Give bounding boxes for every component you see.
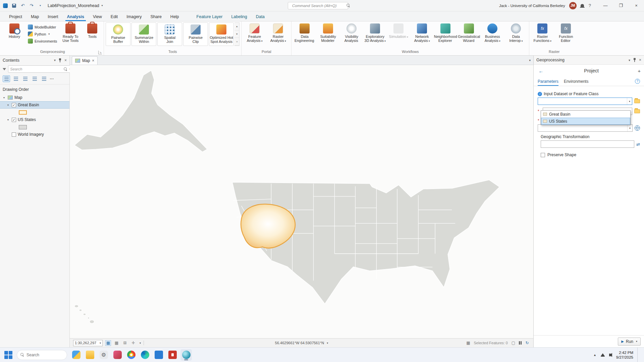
list-by-editing-icon[interactable] bbox=[31, 75, 38, 82]
expander-icon[interactable]: ▾ bbox=[7, 118, 10, 121]
preserve-shape-checkbox[interactable] bbox=[541, 153, 545, 157]
snapping-icon[interactable]: ⊞ bbox=[122, 340, 128, 346]
browse-folder-icon[interactable] bbox=[634, 99, 640, 103]
spatial-join-button[interactable]: Spatial Join bbox=[157, 22, 182, 46]
command-search[interactable] bbox=[288, 2, 348, 9]
tab-help[interactable]: Help bbox=[166, 12, 183, 21]
optimized-hot-spot-analysis-button[interactable]: Optimized Hot Spot Analysis bbox=[209, 22, 234, 46]
start-button[interactable] bbox=[3, 350, 13, 360]
edge-icon[interactable] bbox=[139, 349, 151, 361]
cursor-coordinates[interactable]: 56.4629661°W 64.5907561°N ▾ bbox=[275, 341, 328, 345]
tab-insert[interactable]: Insert bbox=[43, 12, 62, 21]
wifi-icon[interactable] bbox=[600, 353, 605, 357]
tab-data[interactable]: Data bbox=[252, 12, 269, 21]
close-tab-icon[interactable]: × bbox=[92, 58, 94, 63]
redo-icon[interactable]: ↷ bbox=[29, 3, 34, 8]
output-coordinate-system-combobox[interactable]: ▾ bbox=[538, 124, 633, 132]
tab-project[interactable]: Project bbox=[5, 12, 26, 21]
tab-feature-layer[interactable]: Feature Layer bbox=[192, 12, 227, 21]
browse-folder-icon[interactable] bbox=[634, 109, 640, 113]
swap-arrows-icon[interactable]: ⇄ bbox=[636, 142, 640, 147]
taskbar-search-input[interactable] bbox=[26, 353, 63, 357]
gallery-down-icon[interactable]: ▼ bbox=[234, 31, 239, 38]
expander-icon[interactable]: ▾ bbox=[7, 104, 10, 107]
list-by-drawing-order-icon[interactable] bbox=[3, 75, 10, 82]
pin-icon[interactable] bbox=[58, 58, 62, 63]
raster-functions-button[interactable]: Raster Functions▾ bbox=[531, 22, 554, 44]
more-options-icon[interactable]: ⋯ bbox=[50, 76, 54, 81]
view-list-chevron-icon[interactable]: ▾ bbox=[529, 59, 531, 62]
exploratory-3d-analysis-button[interactable]: Exploratory 3D Analysis▾ bbox=[364, 22, 386, 44]
tab-parameters[interactable]: Parameters bbox=[538, 77, 558, 86]
neighborhood-explorer-button[interactable]: Neighborhood Explorer bbox=[434, 22, 457, 44]
tree-node-world-imagery[interactable]: World Imagery bbox=[0, 131, 69, 138]
hidden-icons-chevron-icon[interactable]: ▲ bbox=[593, 353, 596, 357]
expander-icon[interactable]: ▾ bbox=[3, 96, 6, 99]
gallery-expand-icon[interactable]: ≡ bbox=[234, 38, 239, 46]
list-by-labeling-icon[interactable] bbox=[40, 75, 48, 82]
contents-search-input[interactable] bbox=[10, 67, 62, 71]
show-desktop-button[interactable] bbox=[637, 348, 639, 362]
volume-icon[interactable] bbox=[609, 354, 611, 356]
tab-map[interactable]: Map bbox=[26, 12, 43, 21]
visibility-analysis-button[interactable]: Visibility Analysis bbox=[340, 22, 363, 44]
modelbuilder-button[interactable]: ModelBuilder bbox=[28, 24, 57, 29]
customize-qat-icon[interactable]: ▾ bbox=[38, 3, 43, 8]
tab-view[interactable]: View bbox=[89, 12, 106, 21]
contents-search[interactable]: ▾ bbox=[8, 65, 73, 73]
input-dataset-combobox[interactable]: ▾ bbox=[538, 98, 632, 105]
pairwise-clip-button[interactable]: Pairwise Clip bbox=[183, 22, 208, 46]
layer-visibility-checkbox[interactable] bbox=[12, 118, 16, 122]
tab-labeling[interactable]: Labeling bbox=[227, 12, 251, 21]
tools-button[interactable]: Tools bbox=[83, 22, 102, 44]
python-button[interactable]: Python ▾ bbox=[28, 32, 57, 37]
back-button[interactable]: ← bbox=[537, 67, 545, 75]
signed-in-user[interactable]: Jack - University of California Berkeley bbox=[499, 4, 565, 8]
tab-edit[interactable]: Edit bbox=[106, 12, 122, 21]
map-view-tab[interactable]: Map × bbox=[72, 56, 98, 65]
chrome-icon[interactable] bbox=[125, 349, 137, 361]
pairwise-buffer-button[interactable]: Pairwise Buffer bbox=[106, 22, 130, 46]
network-analysis-button[interactable]: Network Analysis▾ bbox=[411, 22, 433, 44]
run-button[interactable]: ▶ Run ▾ bbox=[618, 338, 641, 346]
run-options-chevron-icon[interactable]: ▾ bbox=[636, 340, 637, 343]
pause-drawing-icon[interactable] bbox=[519, 341, 522, 345]
ready-to-use-tools-button[interactable]: Ready To Use Tools bbox=[59, 22, 82, 44]
geostatistical-wizard-button[interactable]: Geostatistical Wizard bbox=[458, 22, 480, 44]
refresh-icon[interactable]: ↻ bbox=[524, 340, 530, 346]
chevron-down-icon[interactable]: ▾ bbox=[140, 342, 141, 345]
settings-app-icon[interactable] bbox=[98, 349, 109, 361]
tree-node-us-states[interactable]: ▾ US States bbox=[0, 116, 69, 123]
tree-node-great-basin[interactable]: ▾ Great Basin bbox=[0, 101, 69, 109]
maximize-button[interactable]: ❐ bbox=[613, 0, 629, 11]
file-explorer-icon[interactable] bbox=[84, 349, 96, 361]
tab-environments[interactable]: Environments bbox=[564, 77, 588, 86]
tool-help-icon[interactable]: ? bbox=[635, 79, 640, 84]
undo-icon[interactable]: ↶ bbox=[20, 3, 25, 8]
north-arrow-icon[interactable]: ✛ bbox=[130, 340, 136, 346]
dropdown-item-us-states[interactable]: US States bbox=[541, 118, 630, 125]
great-basin-symbol-patch[interactable] bbox=[19, 110, 27, 115]
dropdown-item-great-basin[interactable]: Great Basin bbox=[541, 111, 630, 118]
history-button[interactable]: History bbox=[3, 22, 26, 40]
layer-visibility-checkbox[interactable] bbox=[12, 132, 16, 137]
notifications-icon[interactable] bbox=[581, 4, 584, 7]
map-canvas[interactable] bbox=[70, 65, 533, 338]
layer-visibility-checkbox[interactable] bbox=[12, 103, 16, 107]
data-interop-button[interactable]: Data Interop▾ bbox=[504, 22, 527, 44]
suitability-modeler-button[interactable]: Suitability Modeler bbox=[317, 22, 339, 44]
environments-button[interactable]: Environments bbox=[28, 39, 57, 44]
photos-app-icon[interactable] bbox=[112, 349, 123, 361]
arcgis-pro-icon[interactable] bbox=[180, 349, 192, 361]
attribute-table-icon[interactable]: ▢ bbox=[511, 340, 516, 346]
select-features-icon[interactable]: ▦ bbox=[105, 340, 111, 346]
help-icon[interactable]: ? bbox=[589, 3, 591, 8]
business-analysis-button[interactable]: Business Analysis▾ bbox=[481, 22, 504, 44]
code-app-icon[interactable] bbox=[153, 349, 164, 361]
avatar[interactable]: JM bbox=[569, 2, 577, 9]
close-button[interactable]: × bbox=[629, 0, 644, 11]
pdf-app-icon[interactable] bbox=[167, 349, 178, 361]
geoprocessing-dialog-launcher-icon[interactable]: ↘ bbox=[98, 51, 102, 54]
close-pane-icon[interactable]: × bbox=[64, 58, 67, 63]
project-title-chevron-icon[interactable]: ▾ bbox=[102, 4, 103, 7]
